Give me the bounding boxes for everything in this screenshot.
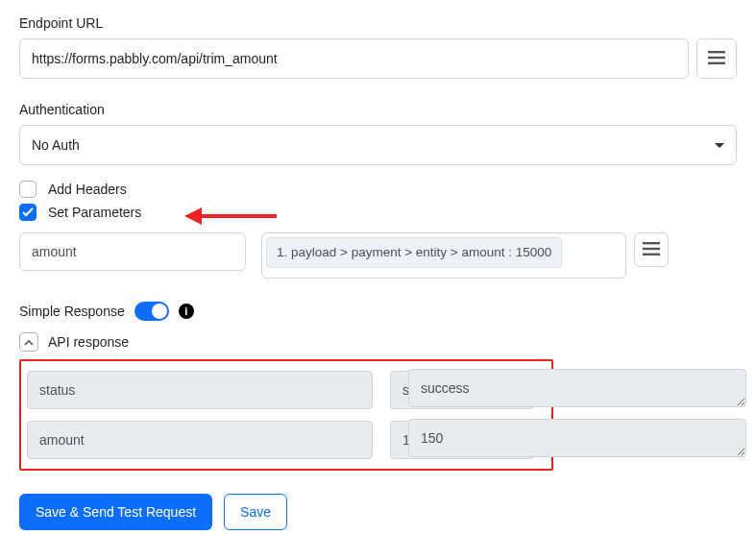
api-response-collapse-button[interactable]: [19, 332, 38, 352]
set-parameters-label: Set Parameters: [48, 205, 141, 220]
add-headers-label: Add Headers: [48, 182, 127, 197]
api-response-label: API response: [48, 334, 129, 350]
auth-select-value: No Auth: [32, 137, 80, 153]
save-button[interactable]: Save: [224, 494, 287, 530]
svg-rect-5: [643, 253, 660, 255]
param-value-input[interactable]: 1. payload > payment > entity > amount :…: [261, 232, 626, 279]
param-key-input[interactable]: [19, 232, 246, 271]
response-key: status: [27, 371, 373, 409]
toggle-knob: [152, 304, 167, 319]
endpoint-url-input[interactable]: [19, 38, 689, 79]
endpoint-map-button[interactable]: [696, 38, 737, 79]
response-value[interactable]: 150: [408, 419, 746, 457]
response-value[interactable]: success: [408, 369, 746, 407]
simple-response-label: Simple Response: [19, 304, 125, 319]
svg-rect-4: [643, 247, 660, 249]
chevron-up-icon: [24, 334, 34, 350]
response-key: amount: [27, 421, 373, 459]
info-icon[interactable]: i: [179, 304, 194, 319]
hamburger-icon: [643, 242, 660, 258]
caret-down-icon: [715, 143, 724, 148]
svg-rect-1: [708, 56, 725, 58]
simple-response-toggle[interactable]: [134, 302, 169, 321]
svg-rect-3: [643, 242, 660, 244]
save-send-button[interactable]: Save & Send Test Request: [19, 494, 212, 530]
add-headers-checkbox[interactable]: [19, 181, 37, 198]
auth-label: Authentication: [19, 102, 737, 117]
svg-rect-0: [708, 51, 725, 53]
endpoint-url-label: Endpoint URL: [19, 15, 737, 31]
auth-select[interactable]: No Auth: [19, 125, 737, 165]
svg-rect-2: [708, 61, 725, 63]
param-value-tag[interactable]: 1. payload > payment > entity > amount :…: [266, 237, 562, 268]
set-parameters-checkbox[interactable]: [19, 204, 37, 221]
param-map-button[interactable]: [634, 232, 669, 267]
hamburger-icon: [708, 51, 725, 67]
annotation-arrow: [181, 206, 286, 225]
